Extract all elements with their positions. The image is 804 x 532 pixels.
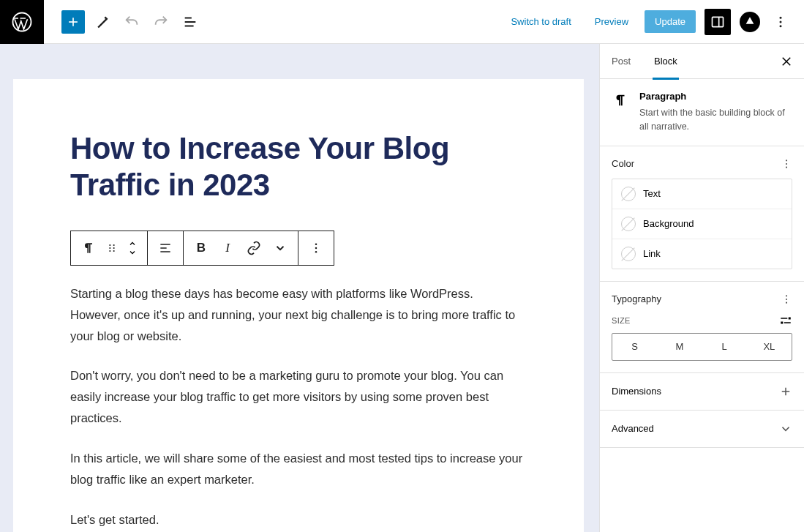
tab-block[interactable]: Block (642, 44, 689, 79)
svg-point-2 (780, 16, 782, 18)
typography-panel-title: Typography (612, 293, 661, 304)
svg-point-15 (786, 162, 787, 164)
svg-point-3 (780, 20, 782, 23)
color-link-button[interactable]: Link (612, 239, 792, 269)
paragraph-block[interactable]: In this article, we will share some of t… (70, 448, 527, 490)
switch-to-draft-link[interactable]: Switch to draft (503, 10, 578, 33)
color-panel-title: Color (612, 158, 634, 169)
advanced-panel-toggle[interactable]: Advanced (600, 411, 804, 448)
svg-point-12 (315, 247, 318, 250)
redo-button[interactable] (149, 10, 173, 34)
color-text-button[interactable]: Text (612, 179, 792, 209)
close-sidebar-button[interactable] (769, 44, 804, 79)
align-button[interactable] (152, 231, 179, 265)
svg-rect-1 (713, 17, 724, 26)
preview-link[interactable]: Preview (587, 10, 636, 33)
svg-point-10 (113, 250, 115, 252)
link-button[interactable] (241, 231, 267, 265)
bold-button[interactable]: B (188, 231, 214, 265)
options-menu-button[interactable] (769, 10, 792, 34)
post-title[interactable]: How to Increase Your Blog Traffic in 202… (70, 130, 527, 204)
block-description: Start with the basic building block of a… (639, 106, 792, 134)
undo-button[interactable] (120, 10, 143, 34)
block-type-paragraph-button[interactable] (75, 231, 102, 265)
settings-sidebar: Post Block Paragraph Start with the basi… (599, 44, 804, 532)
svg-point-17 (786, 295, 787, 296)
wordpress-logo[interactable] (0, 0, 44, 44)
editor-canvas[interactable]: How to Increase Your Blog Traffic in 202… (13, 79, 584, 532)
color-link-label: Link (643, 248, 661, 259)
drag-handle-button[interactable] (102, 231, 122, 265)
update-button[interactable]: Update (645, 10, 696, 33)
paragraph-block[interactable]: Starting a blog these days has become ea… (70, 283, 527, 347)
paragraph-icon (612, 91, 629, 134)
block-name: Paragraph (639, 91, 792, 102)
document-overview-button[interactable] (179, 10, 202, 34)
svg-point-8 (113, 244, 115, 246)
size-l-button[interactable]: L (702, 334, 747, 360)
color-swatch-icon (621, 217, 636, 231)
color-swatch-icon (621, 187, 636, 201)
tools-button[interactable] (91, 10, 114, 34)
svg-point-4 (780, 25, 782, 27)
plugin-icon[interactable] (740, 12, 760, 32)
svg-point-16 (786, 166, 787, 168)
svg-point-13 (315, 251, 318, 253)
svg-point-7 (109, 250, 110, 252)
color-text-label: Text (643, 188, 661, 199)
plus-icon (779, 385, 792, 398)
color-swatch-icon (621, 247, 636, 261)
dimensions-panel-toggle[interactable]: Dimensions (600, 373, 804, 411)
size-label: SIZE (612, 316, 631, 325)
color-bg-label: Background (643, 218, 694, 229)
italic-button[interactable]: I (214, 231, 241, 265)
paragraph-block[interactable]: Let's get started. (70, 509, 527, 531)
svg-point-6 (109, 247, 110, 249)
more-format-button[interactable] (267, 231, 293, 265)
tab-post[interactable]: Post (600, 44, 642, 79)
svg-point-18 (786, 298, 787, 299)
add-block-button[interactable] (61, 10, 85, 34)
size-m-button[interactable]: M (657, 334, 702, 360)
svg-point-14 (786, 160, 787, 161)
block-options-button[interactable] (303, 231, 329, 265)
svg-point-9 (113, 247, 115, 249)
color-background-button[interactable]: Background (612, 209, 792, 239)
block-toolbar: B I (70, 231, 334, 266)
size-settings-button[interactable] (779, 314, 792, 327)
move-down-button[interactable] (127, 248, 138, 257)
svg-point-5 (109, 244, 110, 246)
size-s-button[interactable]: S (612, 334, 657, 360)
sidebar-toggle-button[interactable] (705, 9, 731, 35)
typography-options-button[interactable] (781, 293, 792, 305)
move-up-button[interactable] (127, 239, 138, 248)
svg-point-11 (315, 243, 318, 245)
size-xl-button[interactable]: XL (747, 334, 792, 360)
color-options-button[interactable] (781, 158, 792, 170)
advanced-label: Advanced (612, 423, 654, 434)
paragraph-block[interactable]: Don't worry, you don't need to be a mark… (70, 365, 527, 429)
chevron-down-icon (779, 422, 792, 435)
svg-point-19 (786, 301, 787, 303)
dimensions-label: Dimensions (612, 386, 661, 397)
